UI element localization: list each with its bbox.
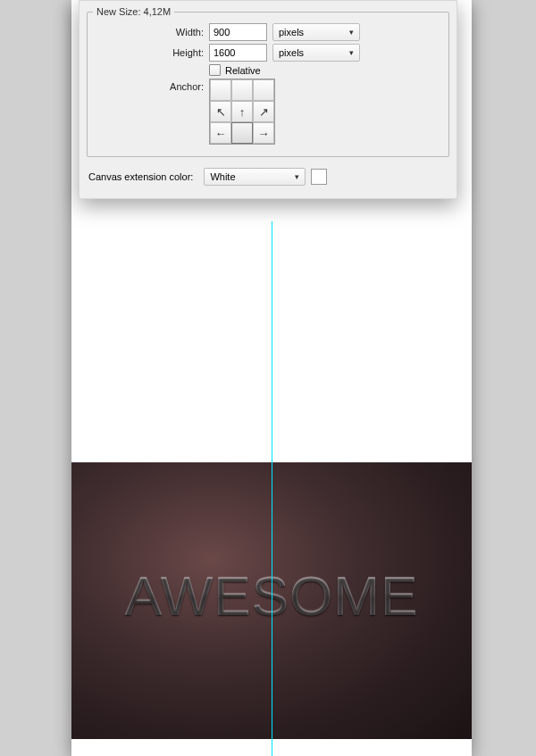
- height-unit-value: pixels: [279, 47, 304, 58]
- extension-color-value: White: [210, 171, 235, 182]
- anchor-mid-right[interactable]: ↗: [253, 101, 274, 122]
- anchor-top-center[interactable]: [231, 79, 253, 101]
- arrow-up-left-icon: ↖: [216, 105, 226, 119]
- arrow-up-right-icon: ↗: [259, 105, 269, 119]
- anchor-bottom-right[interactable]: →: [253, 122, 274, 144]
- anchor-grid: ↖ ↑ ↗ ← →: [209, 79, 275, 145]
- new-size-group: New Size: 4,12M Width: pixels ▾ Height: …: [87, 6, 449, 157]
- relative-checkbox[interactable]: [209, 64, 221, 76]
- anchor-bottom-left[interactable]: ←: [210, 122, 231, 144]
- height-unit-dropdown[interactable]: pixels ▾: [272, 44, 360, 62]
- height-label: Height:: [93, 47, 209, 58]
- anchor-bottom-center[interactable]: [231, 122, 253, 144]
- arrow-up-icon: ↑: [239, 105, 246, 119]
- new-size-legend: New Size: 4,12M: [93, 6, 174, 17]
- chevron-down-icon: ▾: [295, 172, 299, 181]
- vertical-guide-line: [272, 221, 272, 756]
- extension-color-dropdown[interactable]: White ▾: [204, 168, 306, 186]
- height-input[interactable]: [209, 44, 267, 62]
- chevron-down-icon: ▾: [349, 28, 354, 37]
- width-input[interactable]: [209, 23, 267, 41]
- arrow-left-icon: ←: [215, 127, 227, 140]
- relative-label: Relative: [225, 65, 261, 76]
- chevron-down-icon: ▾: [349, 48, 354, 57]
- width-unit-value: pixels: [279, 27, 304, 37]
- anchor-top-right[interactable]: [253, 79, 274, 101]
- anchor-label: Anchor:: [93, 79, 209, 92]
- anchor-mid-center[interactable]: ↑: [231, 101, 253, 122]
- anchor-top-left[interactable]: [210, 79, 231, 101]
- width-label: Width:: [93, 27, 209, 37]
- extension-color-label: Canvas extension color:: [88, 171, 198, 182]
- extension-color-swatch[interactable]: [311, 169, 327, 185]
- anchor-mid-left[interactable]: ↖: [210, 101, 231, 122]
- width-unit-dropdown[interactable]: pixels ▾: [272, 23, 360, 41]
- canvas-size-dialog: New Size: 4,12M Width: pixels ▾ Height: …: [79, 0, 457, 199]
- arrow-right-icon: →: [258, 127, 270, 140]
